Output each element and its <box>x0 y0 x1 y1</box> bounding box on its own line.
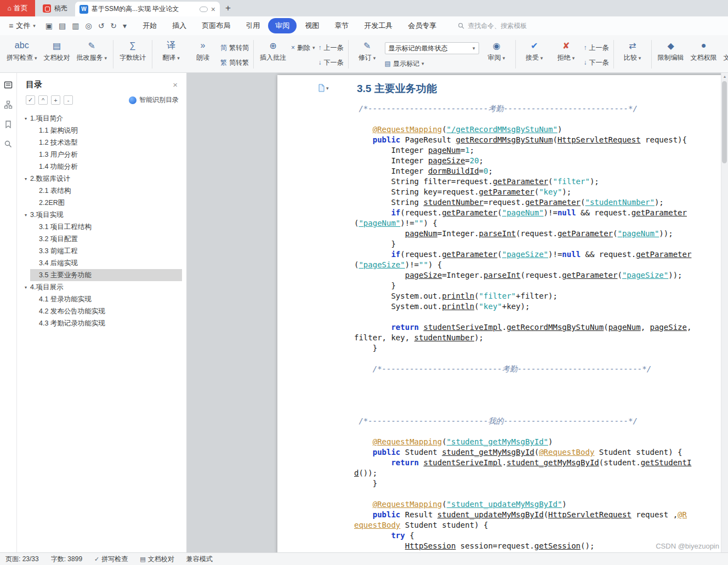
outline-tool-2[interactable]: + <box>51 95 60 105</box>
prev-comment-button[interactable]: ↑上一条 <box>318 42 344 53</box>
ribbon-tab[interactable]: 开始 <box>135 18 164 33</box>
collapse-icon[interactable]: ▾ <box>25 285 27 290</box>
proofread-button[interactable]: ▤文档校对 <box>41 36 73 72</box>
app-tab[interactable]: 稿壳 <box>35 0 75 16</box>
outline-item[interactable]: 1.2 技术选型 <box>30 136 182 149</box>
outline-tool-0[interactable]: ✓ <box>26 95 35 105</box>
reject-button[interactable]: ✘拒绝▾ <box>550 36 582 72</box>
outline-item[interactable]: 3.4 后端实现 <box>30 257 182 269</box>
ribbon-tab[interactable]: 审阅 <box>268 18 297 33</box>
word-count-button[interactable]: ∑字数统计 <box>116 36 149 72</box>
outline-section[interactable]: ▾3.项目实现 <box>17 209 186 221</box>
restrict-editing-button[interactable]: ◆限制编辑 <box>655 36 687 72</box>
ribbon-tab[interactable]: 插入 <box>165 18 194 33</box>
simp-to-trad-button[interactable]: 繁简转繁 <box>220 57 249 68</box>
document-tab[interactable]: W 基于SSM的高...实现 毕业论文 × <box>75 2 220 16</box>
outline-item[interactable]: 1.1 架构说明 <box>30 124 182 136</box>
compatibility-mode[interactable]: 兼容模式 <box>186 555 213 564</box>
outline-item[interactable]: 1.4 功能分析 <box>30 161 182 173</box>
ribbon-tab[interactable]: 章节 <box>327 18 356 33</box>
structure-panel-icon[interactable] <box>4 100 13 109</box>
outline-title: 目录 <box>26 79 42 90</box>
delete-comment-button[interactable]: ×删除▾ <box>291 42 315 53</box>
outline-item[interactable]: 1.3 用户分析 <box>30 149 182 161</box>
more-icon[interactable]: ▾ <box>123 21 127 30</box>
ribbon-tab[interactable]: 引用 <box>238 18 267 33</box>
outline-item[interactable]: 4.1 登录功能实现 <box>30 293 182 305</box>
translate-button[interactable]: 译翻译▾ <box>155 36 187 72</box>
paragraph-mark-icon[interactable]: ▾ <box>318 84 329 92</box>
outline-item[interactable]: 3.3 前端工程 <box>30 245 182 257</box>
outline-section[interactable]: ▾4.项目展示 <box>17 281 186 293</box>
outline-section[interactable]: ▾1.项目简介 <box>17 112 186 124</box>
export-icon[interactable]: ▤ <box>59 21 66 30</box>
outline-item[interactable]: 3.5 主要业务功能 <box>30 269 182 281</box>
scroll-up-icon[interactable]: ▲ <box>721 73 728 80</box>
smart-toc-button[interactable]: 智能识别目录 <box>129 95 179 105</box>
show-markup-button[interactable]: ▤显示标记▾ <box>385 58 479 69</box>
spellcheck-button[interactable]: abc拼写检查▾ <box>3 36 41 72</box>
next-change-button[interactable]: ↓下一条 <box>584 57 609 68</box>
ribbon-tab[interactable]: 开发工具 <box>357 18 400 33</box>
outline-item[interactable]: 2.1 表结构 <box>30 185 182 197</box>
page-indicator[interactable]: 页面: 23/33 <box>5 555 39 564</box>
code-line: return studentSeriveImpl.student_getMyMs… <box>277 458 728 468</box>
ribbon-tab[interactable]: 会员专享 <box>401 18 443 33</box>
collapse-icon[interactable]: ▾ <box>25 116 27 121</box>
outline-section[interactable]: ▾2.数据库设计 <box>17 173 186 185</box>
new-tab-button[interactable]: + <box>220 0 236 16</box>
outline-tool-1[interactable]: ^ <box>38 95 48 105</box>
outline-panel-icon[interactable] <box>4 81 13 89</box>
prev-change-button[interactable]: ↑上一条 <box>584 42 609 53</box>
code-line: public Result student_updateMyMsgById(Ht… <box>277 510 728 520</box>
close-panel-icon[interactable]: × <box>173 80 178 89</box>
document-area[interactable]: ▾ 3.5 主要业务功能 /*-------------------------… <box>187 73 728 552</box>
trad-to-simp-button[interactable]: 简繁转简 <box>220 42 249 53</box>
vertical-scrollbar[interactable]: ▲ <box>721 73 728 552</box>
word-count[interactable]: 字数: 3899 <box>51 555 82 564</box>
print-preview-icon[interactable]: ◎ <box>85 21 92 30</box>
document-page[interactable]: ▾ 3.5 主要业务功能 /*-------------------------… <box>277 75 728 552</box>
track-changes-button[interactable]: ✎修订▾ <box>351 36 383 72</box>
proofread-status[interactable]: ▤文档校对 <box>140 555 174 564</box>
ribbon-tab[interactable]: 页面布局 <box>195 18 237 33</box>
collapse-icon[interactable]: ▾ <box>25 213 27 218</box>
scrollbar-thumb[interactable] <box>722 81 727 163</box>
redo-icon[interactable]: ↻ <box>110 21 117 30</box>
undo-icon[interactable]: ↺ <box>98 21 105 30</box>
read-aloud-button[interactable]: »朗读 <box>187 36 219 72</box>
code-line <box>277 312 728 322</box>
collapse-icon[interactable]: ▾ <box>25 176 27 181</box>
command-search[interactable]: 查找命令、搜索模板 <box>458 21 527 31</box>
smart-toc-icon <box>129 96 136 104</box>
outline-item[interactable]: 3.1 项目工程结构 <box>30 221 182 233</box>
find-panel-icon[interactable] <box>4 140 13 149</box>
next-comment-button[interactable]: ↓下一条 <box>318 57 344 68</box>
code-line: /*--------------------------考勤----------… <box>277 364 728 374</box>
markup-state-dropdown[interactable]: 显示标记的最终状态▾ <box>385 42 479 54</box>
doc-certify-button[interactable]: ✔文档认证 <box>720 36 728 72</box>
insert-comment-button[interactable]: ⊕插入批注 <box>257 36 289 72</box>
outline-item[interactable]: 4.2 发布公告功能实现 <box>30 305 182 317</box>
correction-service-button[interactable]: ✎批改服务▾ <box>73 36 111 72</box>
doc-permission-button[interactable]: ●文档权限 <box>687 36 720 72</box>
spellcheck-status[interactable]: ✓拼写检查 <box>94 555 128 564</box>
ribbon-tab[interactable]: 视图 <box>298 18 326 33</box>
accept-button[interactable]: ✔接受▾ <box>519 36 550 72</box>
close-tab-icon[interactable]: × <box>211 5 215 14</box>
file-menu[interactable]: ≡ 文件 ▾ <box>5 21 39 31</box>
outline-item[interactable]: 3.2 项目配置 <box>30 233 182 245</box>
outline-item[interactable]: 2.2ER图 <box>30 197 182 209</box>
outline-tool-3[interactable]: - <box>64 95 73 105</box>
bookmark-icon[interactable] <box>4 120 13 129</box>
review-button[interactable]: ◉审阅▾ <box>481 36 513 72</box>
app-icon <box>43 4 51 13</box>
print-icon[interactable]: ▥ <box>72 21 79 30</box>
ribbon-stack: ↑上一条↓下一条 <box>318 36 344 72</box>
compare-button[interactable]: ⇄比较▾ <box>617 36 649 72</box>
save-icon[interactable]: ▣ <box>46 21 53 30</box>
accept-button-icon: ✔ <box>531 40 538 51</box>
code-line: if(request.getParameter("pageSize")!=nul… <box>277 249 728 260</box>
outline-item[interactable]: 4.3 考勤记录功能实现 <box>30 317 182 329</box>
home-tab[interactable]: ⌂ 首页 <box>0 0 35 16</box>
